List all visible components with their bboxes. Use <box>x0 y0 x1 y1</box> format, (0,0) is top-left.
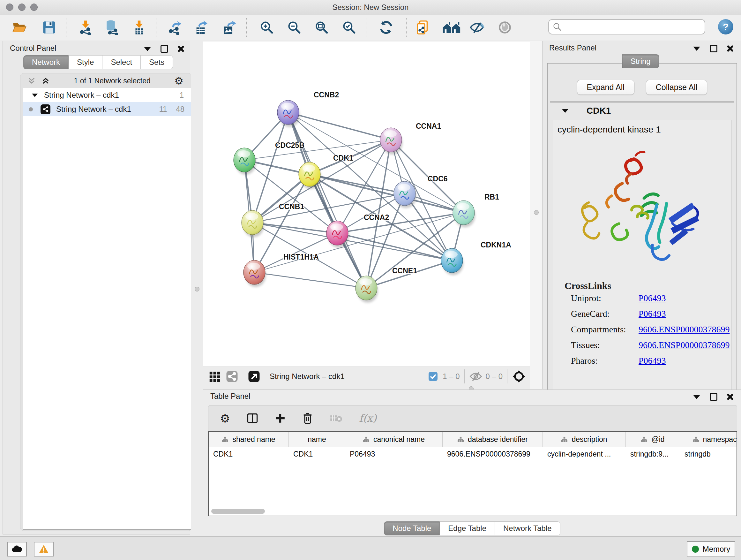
column-header-description[interactable]: description <box>543 432 626 447</box>
edge-CCNB2-CCNE1[interactable] <box>288 112 366 288</box>
zoom-fit-button[interactable] <box>314 20 329 35</box>
duplicate-network-button[interactable] <box>415 20 430 35</box>
table-cell[interactable]: 9606.ENSP00000378699 <box>443 447 543 461</box>
float-panel-button[interactable] <box>144 47 151 51</box>
first-neighbors-button[interactable] <box>442 20 461 35</box>
network-overview-icon[interactable] <box>226 370 239 383</box>
function-builder-icon[interactable]: f(x) <box>359 412 377 424</box>
export-image-button[interactable] <box>221 20 237 35</box>
import-network-file-button[interactable] <box>78 20 93 35</box>
table-cell[interactable]: stringdb:9... <box>626 447 680 461</box>
tab-string[interactable]: String <box>622 54 659 68</box>
right-splitter[interactable] <box>530 41 542 389</box>
table-cell[interactable]: P06493 <box>345 447 443 461</box>
network-options-gear-icon[interactable]: ⚙ <box>174 75 184 87</box>
tab-network-table[interactable]: Network Table <box>495 521 560 536</box>
table-cell[interactable]: stringdb <box>680 447 737 461</box>
node-CCNB2[interactable] <box>277 100 300 127</box>
column-header-shared-name[interactable]: shared name <box>209 432 289 447</box>
delete-column-trash-icon[interactable] <box>302 413 313 424</box>
node-HIST1H1A[interactable] <box>244 260 266 287</box>
collection-expand-icon[interactable] <box>32 94 38 97</box>
tab-select[interactable]: Select <box>103 55 141 69</box>
table-cell[interactable]: CDK1 <box>289 447 345 461</box>
column-header-name[interactable]: name <box>289 432 345 447</box>
collapse-all-button[interactable]: Collapse All <box>646 80 708 95</box>
birdseye-grid-icon[interactable] <box>208 370 221 383</box>
export-table-button[interactable] <box>193 20 209 35</box>
crosslink-link[interactable]: 9606.ENSP00000378699 <box>638 324 730 334</box>
zoom-selected-button[interactable] <box>341 20 357 35</box>
node-RB1[interactable] <box>453 200 475 227</box>
export-network-button[interactable] <box>167 20 183 35</box>
table-row[interactable]: CDK1CDK1P064939606.ENSP00000378699cyclin… <box>209 447 737 461</box>
tab-node-table[interactable]: Node Table <box>384 521 440 536</box>
hide-selected-button[interactable] <box>469 20 484 35</box>
zoom-in-button[interactable] <box>259 20 274 35</box>
import-table-button[interactable] <box>131 20 147 35</box>
zoom-out-button[interactable] <box>286 20 302 35</box>
tab-network[interactable]: Network <box>23 55 69 69</box>
crosslink-link[interactable]: P06493 <box>638 309 666 319</box>
cloud-button[interactable] <box>7 542 27 557</box>
close-panel-button[interactable] <box>727 45 733 52</box>
node-CDC6[interactable] <box>394 181 416 208</box>
node-CCNB1[interactable] <box>242 210 264 237</box>
table-settings-gear-icon[interactable]: ⚙ <box>220 412 230 425</box>
table-cell[interactable]: cyclin-dependent ... <box>543 447 626 461</box>
external-view-icon[interactable] <box>248 370 260 383</box>
network-canvas[interactable]: CCNB2CCNA1CDC25BCDK1CDC6RB1CCNB1CCNA2CDK… <box>203 42 530 367</box>
tab-style[interactable]: Style <box>69 55 103 69</box>
close-panel-button[interactable] <box>727 394 733 400</box>
node-CDC25B[interactable] <box>233 148 256 175</box>
tab-sets[interactable]: Sets <box>141 55 173 69</box>
collapse-entry-icon[interactable] <box>562 109 568 113</box>
pan-crosshair-icon[interactable] <box>512 369 526 383</box>
column-header--id[interactable]: @id <box>626 432 680 447</box>
close-panel-button[interactable] <box>178 46 184 52</box>
left-splitter[interactable] <box>191 41 203 535</box>
left-splitter-handle[interactable] <box>195 287 199 292</box>
right-splitter-handle[interactable] <box>534 210 539 215</box>
open-session-button[interactable] <box>11 20 27 35</box>
node-CCNA1[interactable] <box>380 128 402 154</box>
network-edges[interactable] <box>245 112 464 288</box>
column-header-canonical-name[interactable]: canonical name <box>345 432 443 447</box>
network-graph[interactable]: CCNB2CCNA1CDC25BCDK1CDC6RB1CCNB1CCNA2CDK… <box>203 42 530 367</box>
memory-button[interactable]: Memory <box>687 541 735 557</box>
node-CCNA2[interactable] <box>327 221 349 248</box>
maximize-panel-button[interactable] <box>710 393 718 401</box>
edge-CCNB1-CCNA2[interactable] <box>253 223 337 233</box>
node-CCNE1[interactable] <box>355 276 378 303</box>
selected-checkbox-icon[interactable] <box>428 371 438 381</box>
import-network-database-button[interactable] <box>104 20 119 35</box>
float-panel-button[interactable] <box>693 47 700 51</box>
crosslink-link[interactable]: P06493 <box>638 293 666 303</box>
crosslink-link[interactable]: P06493 <box>638 356 666 366</box>
network-row[interactable]: String Network – cdk1 11 48 <box>23 102 191 116</box>
maximize-panel-button[interactable] <box>160 45 168 53</box>
edge-HIST1H1A-CCNE1[interactable] <box>254 272 366 288</box>
node-CDKN1A[interactable] <box>441 248 463 275</box>
column-header-database-identifier[interactable]: database identifier <box>443 432 543 447</box>
expand-all-button[interactable]: Expand All <box>577 80 634 95</box>
column-header-namespace[interactable]: namespace <box>680 432 737 447</box>
warnings-button[interactable] <box>34 542 54 557</box>
node-CDK1[interactable] <box>299 162 321 189</box>
apply-layout-button[interactable] <box>379 20 394 35</box>
crosslink-link[interactable]: 9606.ENSP00000378699 <box>638 340 730 350</box>
collapse-all-chevron-icon[interactable] <box>27 77 36 84</box>
table-cell[interactable]: CDK1 <box>209 447 289 461</box>
save-session-button[interactable] <box>42 20 57 35</box>
search-input[interactable] <box>562 22 704 32</box>
tab-edge-table[interactable]: Edge Table <box>440 521 495 536</box>
table-hscroll-thumb[interactable] <box>211 509 265 514</box>
help-button[interactable]: ? <box>718 19 733 35</box>
show-all-button[interactable] <box>497 20 513 35</box>
network-collection-row[interactable]: String Network – cdk1 1 <box>23 88 191 102</box>
maximize-panel-button[interactable] <box>710 45 718 52</box>
float-panel-button[interactable] <box>693 395 700 399</box>
add-column-plus-icon[interactable] <box>275 413 286 424</box>
split-columns-icon[interactable] <box>247 413 258 424</box>
clear-table-icon[interactable] <box>330 413 342 423</box>
